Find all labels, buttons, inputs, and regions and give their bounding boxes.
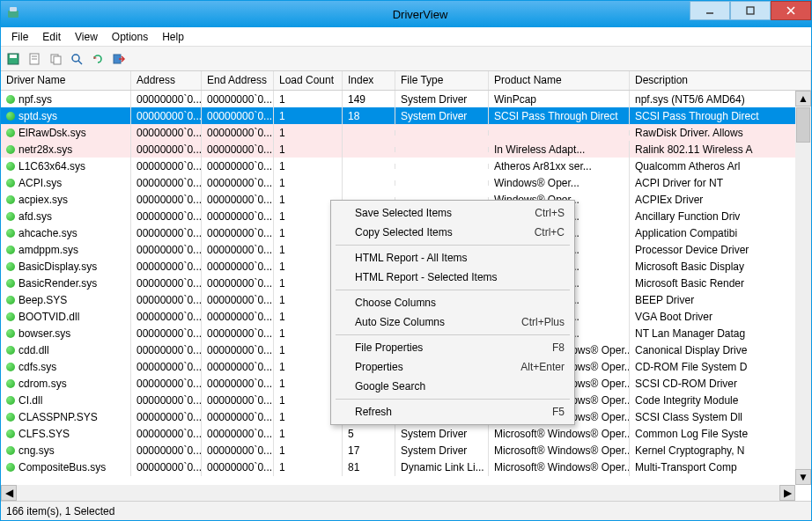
cell-address: 00000000`0... <box>131 341 202 359</box>
context-menu-item[interactable]: Save Selected ItemsCtrl+S <box>334 203 572 223</box>
col-product-name[interactable]: Product Name <box>489 71 630 90</box>
table-row[interactable]: sptd.sys00000000`0...00000000`0...118Sys… <box>1 107 811 124</box>
cell-end-address: 00000000`0... <box>202 375 274 393</box>
cell-description: Ralink 802.11 Wireless A <box>630 141 811 158</box>
driver-status-icon <box>6 413 15 422</box>
cell-end-address: 00000000`0... <box>202 425 274 443</box>
cell-description: SCSI Pass Through Direct <box>630 107 811 125</box>
cell-description: VGA Boot Driver <box>630 308 811 326</box>
save-icon[interactable] <box>4 50 22 68</box>
table-area: Driver Name Address End Address Load Cou… <box>1 71 811 501</box>
context-menu-item[interactable]: HTML Report - All Items <box>334 248 572 268</box>
table-row[interactable]: CLFS.SYS00000000`0...00000000`0...15Syst… <box>1 425 811 442</box>
cell-description: Microsoft Basic Render <box>630 275 811 292</box>
cell-driver-name: afd.sys <box>18 210 52 223</box>
scroll-down-icon[interactable]: ▼ <box>795 469 811 485</box>
col-driver-name[interactable]: Driver Name <box>1 71 131 90</box>
cell-driver-name: CLFS.SYS <box>18 428 70 440</box>
table-row[interactable]: netr28x.sys00000000`0...00000000`0...1In… <box>1 141 811 158</box>
cell-description: Ancillary Function Driv <box>630 208 811 225</box>
menu-view[interactable]: View <box>68 29 105 45</box>
context-menu-item[interactable]: HTML Report - Selected Items <box>334 268 572 287</box>
copy-icon[interactable] <box>47 50 64 68</box>
context-menu-item[interactable]: RefreshF5 <box>334 402 572 422</box>
cell-address: 00000000`0... <box>131 141 202 158</box>
table-row[interactable]: ACPI.sys00000000`0...00000000`0...1Windo… <box>1 174 811 191</box>
scroll-thumb[interactable] <box>796 107 810 143</box>
cell-address: 00000000`0... <box>131 442 202 459</box>
scroll-right-icon[interactable]: ▶ <box>779 485 795 501</box>
cell-end-address: 00000000`0... <box>202 174 274 192</box>
cell-description: npf.sys (NT5/6 AMD64) <box>630 91 811 108</box>
table-row[interactable]: npf.sys00000000`0...00000000`0...1149Sys… <box>1 91 811 107</box>
vertical-scrollbar[interactable]: ▲ ▼ <box>795 91 811 485</box>
col-address[interactable]: Address <box>131 71 202 90</box>
col-description[interactable]: Description <box>630 71 811 90</box>
scroll-left-icon[interactable]: ◀ <box>1 485 17 501</box>
maximize-button[interactable] <box>730 1 771 20</box>
context-menu-item[interactable]: Choose Columns <box>334 293 572 312</box>
minimize-button[interactable] <box>690 1 730 20</box>
context-menu-item[interactable]: File PropertiesF8 <box>334 338 572 357</box>
cell-end-address: 00000000`0... <box>202 408 274 426</box>
table-row[interactable]: cng.sys00000000`0...00000000`0...117Syst… <box>1 442 811 459</box>
context-menu-item[interactable]: Copy Selected ItemsCtrl+C <box>334 223 572 242</box>
cell-file-type: System Driver <box>395 442 489 459</box>
cell-index: 149 <box>343 91 395 108</box>
driver-status-icon <box>6 329 15 338</box>
cell-address: 00000000`0... <box>131 241 202 259</box>
cell-description: Qualcomm Atheros Arl <box>630 158 811 175</box>
close-button[interactable] <box>771 1 811 20</box>
cell-description: ACPI Driver for NT <box>630 174 811 192</box>
cell-index: 17 <box>343 442 395 459</box>
context-menu[interactable]: Save Selected ItemsCtrl+SCopy Selected I… <box>330 200 575 425</box>
driver-status-icon <box>6 162 15 171</box>
scroll-up-icon[interactable]: ▲ <box>795 91 811 106</box>
horizontal-scrollbar[interactable]: ◀ ▶ <box>1 485 795 501</box>
cell-index <box>343 164 395 169</box>
cell-address: 00000000`0... <box>131 107 202 125</box>
col-load-count[interactable]: Load Count <box>274 71 343 90</box>
driver-status-icon <box>6 296 15 305</box>
menu-file[interactable]: File <box>4 29 35 45</box>
cell-load-count: 1 <box>274 158 343 175</box>
exit-icon[interactable] <box>110 50 128 68</box>
cell-address: 00000000`0... <box>131 208 202 225</box>
menu-edit[interactable]: Edit <box>35 29 68 45</box>
properties-icon[interactable] <box>26 50 43 68</box>
cell-end-address: 00000000`0... <box>202 241 274 259</box>
menu-help[interactable]: Help <box>155 29 191 45</box>
driver-status-icon <box>6 446 15 455</box>
context-menu-item[interactable]: PropertiesAlt+Enter <box>334 357 572 377</box>
table-row[interactable]: CompositeBus.sys00000000`0...00000000`0.… <box>1 459 811 475</box>
cell-description: Processor Device Driver <box>630 241 811 259</box>
context-menu-item[interactable]: Google Search <box>334 377 572 396</box>
driver-status-icon <box>6 379 15 388</box>
col-end-address[interactable]: End Address <box>202 71 274 90</box>
driver-status-icon <box>6 145 15 154</box>
cell-description: Canonical Display Drive <box>630 341 811 359</box>
cell-description: SCSI CD-ROM Driver <box>630 375 811 393</box>
menu-options[interactable]: Options <box>105 29 155 45</box>
cell-address: 00000000`0... <box>131 375 202 393</box>
driver-status-icon <box>6 262 15 271</box>
context-menu-label: Auto Size Columns <box>355 316 521 328</box>
context-menu-item[interactable]: Auto Size ColumnsCtrl+Plus <box>334 312 572 332</box>
col-index[interactable]: Index <box>343 71 395 90</box>
cell-end-address: 00000000`0... <box>202 291 274 309</box>
cell-description: BEEP Driver <box>630 291 811 309</box>
cell-driver-name: CLASSPNP.SYS <box>18 411 98 423</box>
app-icon <box>6 5 24 23</box>
hscroll-track[interactable] <box>17 485 779 501</box>
context-menu-label: Choose Columns <box>355 297 565 309</box>
driver-status-icon <box>6 463 15 472</box>
table-row[interactable]: ElRawDsk.sys00000000`0...00000000`0...1R… <box>1 124 811 141</box>
cell-end-address: 00000000`0... <box>202 341 274 359</box>
table-row[interactable]: L1C63x64.sys00000000`0...00000000`0...1A… <box>1 158 811 174</box>
cell-driver-name: bowser.sys <box>18 327 70 340</box>
refresh-icon[interactable] <box>89 50 107 68</box>
cell-end-address: 00000000`0... <box>202 91 274 108</box>
col-file-type[interactable]: File Type <box>395 71 489 90</box>
find-icon[interactable] <box>68 50 85 68</box>
cell-driver-name: ACPI.sys <box>18 177 62 189</box>
